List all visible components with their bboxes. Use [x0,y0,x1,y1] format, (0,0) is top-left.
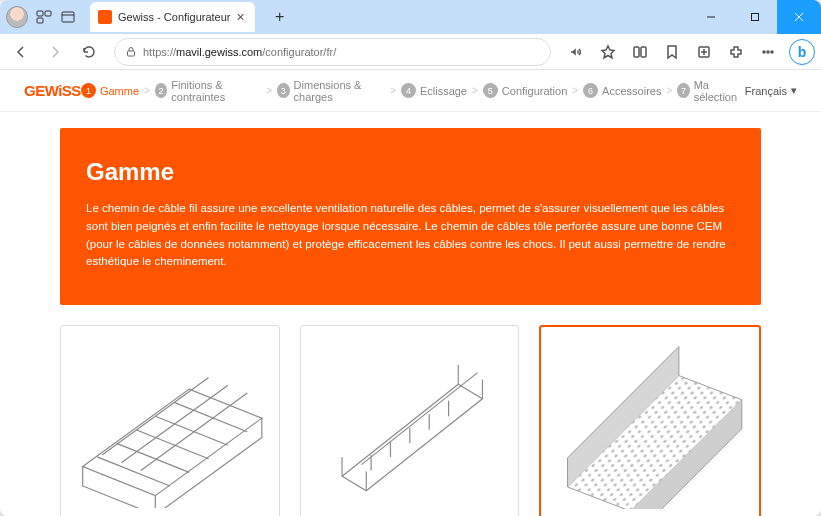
extensions-icon[interactable] [721,37,751,67]
step-2[interactable]: 2Finitions & contraintes [155,79,261,103]
svg-point-16 [763,51,765,53]
product-image [553,339,747,509]
step-number: 6 [583,83,598,98]
step-number: 5 [483,83,498,98]
brand-logo[interactable]: GEWiSS [24,82,81,99]
star-icon[interactable] [593,37,623,67]
step-number: 3 [277,83,289,98]
step-number: 7 [677,83,689,98]
product-card[interactable]: Série Fil BFR [60,325,280,516]
product-cards: Série Fil BFRSérie Fil en G BFRGSérie Tô… [60,325,761,516]
back-button[interactable] [6,37,36,67]
svg-rect-1 [45,11,51,16]
tab-close-icon[interactable]: × [237,10,245,24]
svg-rect-2 [37,18,43,23]
svg-rect-11 [634,47,639,57]
step-separator: > [666,85,672,96]
copilot-icon[interactable]: b [789,39,815,65]
step-6[interactable]: 6Accessoires [583,83,661,98]
svg-rect-12 [641,47,646,57]
step-4[interactable]: 4Eclissage [401,83,467,98]
read-aloud-icon[interactable] [561,37,591,67]
stepper: 1Gamme>2Finitions & contraintes>3Dimensi… [81,79,745,103]
close-window-button[interactable] [777,0,821,34]
product-image [313,338,507,508]
hero-body: Le chemin de câble fil assure une excell… [86,200,735,271]
browser-window: Gewiss - Configurateur × + https://mavil… [0,0,821,516]
step-number: 4 [401,83,416,98]
new-tab-button[interactable]: + [267,4,293,30]
address-bar[interactable]: https://mavil.gewiss.com/configurator/fr… [114,38,551,66]
step-separator: > [266,85,272,96]
step-1[interactable]: 1Gamme [81,83,139,98]
url-text: https://mavil.gewiss.com/configurator/fr… [143,46,540,58]
forward-button[interactable] [40,37,70,67]
browser-toolbar: https://mavil.gewiss.com/configurator/fr… [0,34,821,70]
step-separator: > [572,85,578,96]
tab-favicon [98,10,112,24]
hero-title: Gamme [86,158,735,186]
page-viewport[interactable]: GEWiSS 1Gamme>2Finitions & contraintes>3… [0,70,821,516]
step-number: 1 [81,83,96,98]
url-scheme: https:// [143,46,176,58]
browser-tab[interactable]: Gewiss - Configurateur × [90,2,255,32]
favorites-icon[interactable] [657,37,687,67]
url-host: mavil.gewiss.com [176,46,262,58]
tab-title: Gewiss - Configurateur [118,11,231,23]
profile-avatar[interactable] [6,6,28,28]
svg-point-18 [771,51,773,53]
product-card[interactable]: Série Fil en G BFRG [300,325,520,516]
svg-rect-0 [37,11,43,16]
chevron-down-icon: ▾ [791,84,797,97]
titlebar-left: Gewiss - Configurateur × + [0,0,299,34]
collections-icon[interactable] [689,37,719,67]
refresh-button[interactable] [74,37,104,67]
step-label: Finitions & contraintes [171,79,261,103]
page-header: GEWiSS 1Gamme>2Finitions & contraintes>3… [0,70,821,112]
step-label: Accessoires [602,85,661,97]
step-label: Dimensions & charges [294,79,385,103]
step-label: Eclissage [420,85,467,97]
svg-point-17 [767,51,769,53]
step-3[interactable]: 3Dimensions & charges [277,79,385,103]
hero-panel: Gamme Le chemin de câble fil assure une … [60,128,761,305]
split-screen-icon[interactable] [625,37,655,67]
main-content: Gamme Le chemin de câble fil assure une … [0,112,821,516]
product-image [73,338,267,508]
step-number: 2 [155,83,167,98]
step-label: Configuration [502,85,567,97]
minimize-button[interactable] [689,0,733,34]
maximize-button[interactable] [733,0,777,34]
product-card[interactable]: Série Tôle perforée BRX [539,325,761,516]
svg-rect-3 [62,12,74,22]
tab-actions-icon[interactable] [60,9,76,25]
step-5[interactable]: 5Configuration [483,83,567,98]
step-separator: > [144,85,150,96]
url-path: /configurator/fr/ [262,46,336,58]
svg-rect-6 [752,14,759,21]
language-selector[interactable]: Français ▾ [745,84,797,97]
language-label: Français [745,85,787,97]
step-label: Gamme [100,85,139,97]
lock-icon [125,46,137,58]
window-controls [689,0,821,34]
svg-rect-9 [128,51,135,56]
step-label: Ma sélection [694,79,745,103]
toolbar-right: b [561,37,815,67]
menu-icon[interactable] [753,37,783,67]
step-separator: > [390,85,396,96]
workspaces-icon[interactable] [36,9,52,25]
titlebar: Gewiss - Configurateur × + [0,0,821,34]
svg-marker-10 [602,46,614,58]
step-7[interactable]: 7Ma sélection [677,79,745,103]
step-separator: > [472,85,478,96]
